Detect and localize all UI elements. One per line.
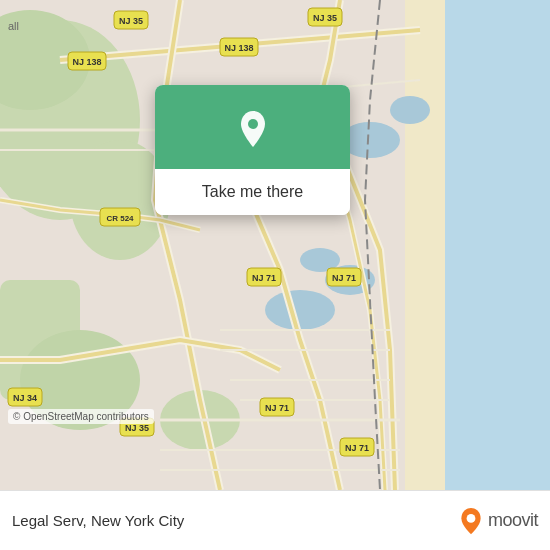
map-attribution: © OpenStreetMap contributors bbox=[8, 409, 154, 424]
map-container[interactable]: NJ 35 NJ 138 NJ 138 NJ 35 CR 524 NJ 71 N… bbox=[0, 0, 550, 490]
location-pin-icon bbox=[231, 107, 275, 151]
bottom-bar: Legal Serv, New York City moovit bbox=[0, 490, 550, 550]
svg-rect-2 bbox=[405, 0, 445, 490]
svg-text:NJ 71: NJ 71 bbox=[252, 273, 276, 283]
svg-point-49 bbox=[248, 119, 258, 129]
moovit-brand-text: moovit bbox=[488, 510, 538, 531]
svg-text:all: all bbox=[8, 20, 19, 32]
moovit-pin-icon bbox=[458, 507, 484, 535]
svg-text:NJ 35: NJ 35 bbox=[313, 13, 337, 23]
svg-text:NJ 138: NJ 138 bbox=[224, 43, 253, 53]
place-name: Legal Serv, New York City bbox=[12, 512, 458, 529]
popup-card: Take me there bbox=[155, 85, 350, 215]
svg-point-13 bbox=[390, 96, 430, 124]
svg-text:NJ 71: NJ 71 bbox=[265, 403, 289, 413]
svg-rect-1 bbox=[440, 0, 550, 490]
svg-point-50 bbox=[467, 514, 476, 523]
svg-text:NJ 71: NJ 71 bbox=[332, 273, 356, 283]
moovit-logo: moovit bbox=[458, 507, 538, 535]
svg-text:NJ 34: NJ 34 bbox=[13, 393, 37, 403]
svg-text:NJ 71: NJ 71 bbox=[345, 443, 369, 453]
svg-text:NJ 35: NJ 35 bbox=[119, 16, 143, 26]
svg-text:NJ 138: NJ 138 bbox=[72, 57, 101, 67]
popup-header bbox=[155, 85, 350, 169]
svg-point-9 bbox=[265, 290, 335, 330]
svg-text:NJ 35: NJ 35 bbox=[125, 423, 149, 433]
take-me-there-button[interactable]: Take me there bbox=[155, 169, 350, 215]
svg-text:CR 524: CR 524 bbox=[106, 214, 134, 223]
